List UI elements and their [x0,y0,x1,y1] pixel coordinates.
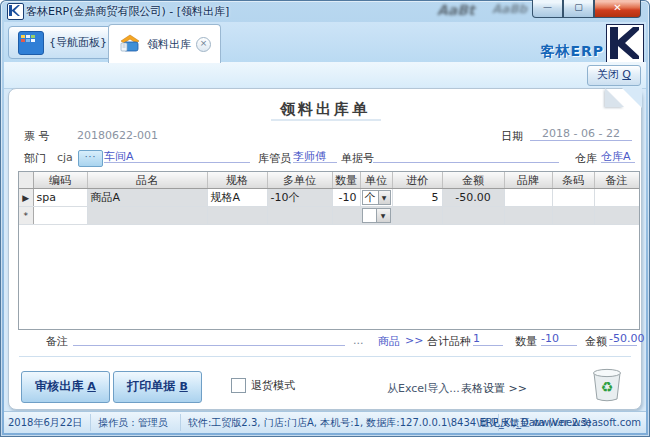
department-code-field[interactable]: cja [57,151,73,164]
tab-close-icon[interactable]: × [196,37,211,52]
warehouse-field[interactable]: 仓库A [601,149,635,163]
tab-label: 领料出库 [147,37,191,52]
unit-dropdown-icon[interactable]: ▼ [377,208,391,223]
cell-qty[interactable]: -10 [332,189,360,207]
col-barcode[interactable]: 条码 [552,172,594,189]
divider [19,356,631,357]
ticket-label: 票 号 [24,129,50,144]
unit-dropdown-icon[interactable]: ▼ [379,190,391,205]
summary-bar: 备注 ... 商品 >> 合计品种 1 数量 -10 金额 -50.00 [9,332,641,350]
summary-amount-label: 金额 [585,334,607,349]
title-bar: 客林ERP(金鼎商贸有限公司) - [领料出库] AaBt AaBb AaBbC… [0,0,650,22]
cell-remark[interactable] [594,189,639,207]
col-amount[interactable]: 金额 [442,172,504,189]
summary-qty-value: -10 [541,332,577,346]
audit-shortcut: A [87,380,96,393]
col-unit[interactable]: 单位 [360,172,392,189]
keeper-field[interactable]: 李师傅 [293,149,337,163]
cell-price[interactable] [392,207,442,225]
cell-spec[interactable]: 规格A [207,189,267,207]
cell-multiunit[interactable]: -10个 [267,189,332,207]
maximize-button[interactable]: ▢ [563,0,594,18]
return-mode-checkbox[interactable] [231,378,246,393]
current-row-indicator-icon: ▶ [19,189,33,207]
trash-recycle-icon[interactable]: ♻ [587,366,627,403]
window-controls: — ▢ ✕ [532,0,641,18]
remark-field[interactable] [73,332,345,346]
nav-grid-icon [18,31,44,55]
keeper-label: 库管员 [258,151,291,166]
unit-value[interactable]: 个 [362,190,379,205]
date-label: 日期 [501,129,523,144]
close-form-button[interactable]: 关闭 Q [587,65,641,86]
form-toolbar: 关闭 Q [4,62,646,89]
ticket-number: 20180622-001 [77,129,158,142]
col-price[interactable]: 进价 [392,172,442,189]
grid-header-row: 编码 品名 规格 多单位 数量 单位 进价 金额 品牌 条码 备注 [19,172,639,189]
return-mode-option[interactable]: 退货模式 [231,378,295,393]
col-multiunit[interactable]: 多单位 [267,172,332,189]
cell-remark[interactable] [594,207,639,225]
background-artifact: AaBt [437,2,475,18]
cell-name[interactable] [87,207,207,225]
summary-qty-label: 数量 [515,334,537,349]
items-grid: 编码 品名 规格 多单位 数量 单位 进价 金额 品牌 条码 备注 ▶ [18,171,640,330]
cell-amount[interactable] [442,207,504,225]
department-browse-button[interactable]: ··· [78,150,103,167]
brand-name: 客林ERP [540,43,604,61]
tab-material-outbound[interactable]: 领料出库 × [108,24,221,63]
brand-k-logo-icon [606,24,644,64]
cell-price[interactable]: 5 [392,189,442,207]
cell-barcode[interactable] [552,207,594,225]
docno-label: 单据号 [341,151,374,166]
date-field[interactable]: 2018 - 06 - 22 [530,127,632,141]
print-label: 打印单据 [127,379,175,393]
minimize-button[interactable]: — [532,0,563,18]
grid-new-row: * ▼ [19,207,639,225]
cell-name[interactable]: 商品A [87,189,207,207]
cell-unit[interactable]: ▼ [360,207,392,225]
cell-brand[interactable] [504,207,552,225]
cell-code[interactable]: spa [33,189,87,207]
client-area: {导航面板} 领料出库 × 客林ERP [4,22,646,433]
docno-field[interactable] [373,149,559,163]
cell-unit[interactable]: 个 ▼ [360,189,392,207]
department-name-field[interactable]: 车间A [104,149,250,163]
col-qty[interactable]: 数量 [332,172,360,189]
tab-navigation-panel[interactable]: {导航面板} [8,26,117,59]
app-window: 客林ERP(金鼎商贸有限公司) - [领料出库] AaBt AaBb AaBbC… [0,0,650,437]
status-bar: 2018年6月22日 操作员 : 管理员 软件:工贸版2.3, 门店:门店A, … [4,411,646,433]
audit-outbound-button[interactable]: 审核出库 A [21,371,110,403]
window-title: 客林ERP(金鼎商贸有限公司) - [领料出库] [26,4,229,19]
goods-link[interactable]: 商品 [378,334,400,349]
close-window-button[interactable]: ✕ [594,0,641,18]
cell-multiunit[interactable] [267,207,332,225]
goods-arrow-icon[interactable]: >> [405,334,423,347]
col-spec[interactable]: 规格 [207,172,267,189]
status-operator: 操作员 : 管理员 [98,416,168,430]
remark-label: 备注 [46,334,68,349]
close-form-shortcut: Q [622,68,631,81]
cell-amount[interactable]: -50.00 [442,189,504,207]
app-logo-icon [7,3,24,20]
brand-area: 客林ERP [540,24,644,64]
status-date: 2018年6月22日 [8,416,83,430]
tab-label: {导航面板} [49,35,107,50]
excel-import-link[interactable]: 从Excel导入... [387,381,460,396]
print-shortcut: B [179,380,187,393]
cell-barcode[interactable] [552,189,594,207]
col-code[interactable]: 编码 [33,172,87,189]
cell-code[interactable] [33,207,87,225]
cell-brand[interactable] [504,189,552,207]
col-brand[interactable]: 品牌 [504,172,552,189]
grid-data-row: ▶ spa 商品A 规格A -10个 -10 个 ▼ 5 [19,189,639,207]
col-remark[interactable]: 备注 [594,172,639,189]
table-settings-link[interactable]: 表格设置 >> [461,381,527,396]
col-name[interactable]: 品名 [87,172,207,189]
summary-ellipsis[interactable]: ... [353,334,364,347]
print-document-button[interactable]: 打印单据 B [113,371,202,403]
unit-value[interactable] [362,208,377,223]
cell-qty[interactable] [332,207,360,225]
cell-spec[interactable] [207,207,267,225]
form-title: 领料出库单 [9,100,641,119]
